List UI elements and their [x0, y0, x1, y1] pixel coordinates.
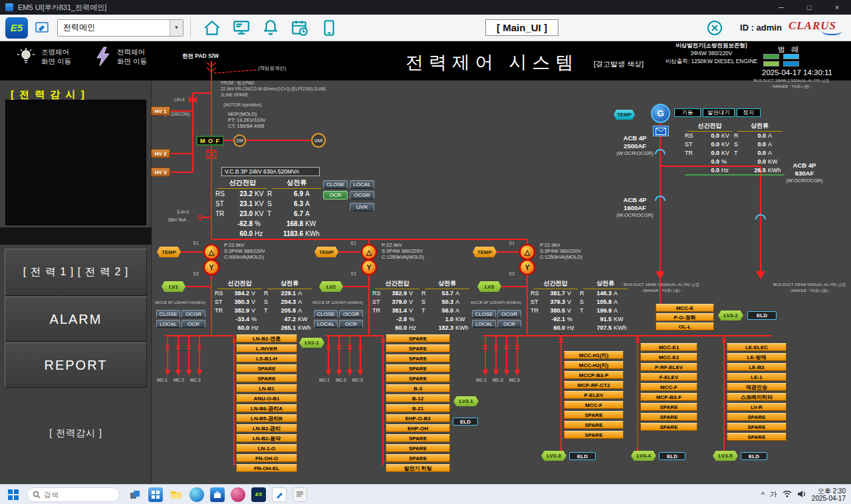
- feeder-button[interactable]: EHP-O-B3: [386, 414, 450, 422]
- feeder-button[interactable]: SPARE: [386, 434, 450, 442]
- tr1-close-button[interactable]: CLOSE: [156, 310, 180, 318]
- lv3-hex[interactable]: LV3: [477, 281, 501, 292]
- feeder-button[interactable]: LN-B1: [236, 384, 297, 392]
- tr1-ocgr-button[interactable]: OCGR: [182, 310, 205, 318]
- feeder-button[interactable]: P-RF-ELEV: [640, 363, 697, 371]
- feeder-button[interactable]: EHP-OH: [386, 424, 450, 432]
- mcc-po-button[interactable]: P-O-정화: [656, 313, 714, 321]
- lv3-5-hex[interactable]: LV3-5: [713, 451, 738, 461]
- task-view-icon[interactable]: [128, 487, 142, 502]
- feeder-button[interactable]: SPARE: [236, 374, 297, 382]
- nav-power-control[interactable]: 전력제어화면 이동: [94, 47, 147, 66]
- feeder-button[interactable]: MCC-F: [640, 383, 697, 391]
- monitor-button[interactable]: [227, 17, 256, 39]
- feeder-button[interactable]: MCC-F: [564, 401, 624, 409]
- feeder-button[interactable]: SPARE: [640, 423, 697, 431]
- gen-temp-hex[interactable]: TEMP: [614, 110, 635, 120]
- hv3-tag[interactable]: HV 3: [151, 168, 170, 177]
- feeder-button[interactable]: MCC-E2: [640, 353, 697, 361]
- feeder-button[interactable]: LN-1-O: [236, 444, 297, 452]
- taskbar-search[interactable]: [27, 487, 120, 502]
- tr2-temp-hex[interactable]: TEMP: [314, 247, 338, 257]
- lv2-hex[interactable]: LV2: [319, 281, 343, 292]
- vcb-ocr-button[interactable]: OCR: [323, 191, 348, 199]
- feeder-button[interactable]: FN-OH-O: [236, 454, 297, 462]
- gen-start-button[interactable]: 기동: [674, 108, 701, 117]
- feeder-button[interactable]: SPARE: [564, 431, 624, 439]
- mobile-button[interactable]: [314, 17, 344, 39]
- feeder-button[interactable]: SPARE: [236, 364, 297, 372]
- feeder-button[interactable]: LE-1: [727, 373, 787, 381]
- alarm-bell-button[interactable]: [256, 17, 285, 39]
- notes-app-icon[interactable]: [293, 487, 307, 502]
- feeder-button[interactable]: MCC-H2(지): [564, 361, 624, 369]
- feeder-button[interactable]: LE-방재: [727, 353, 787, 361]
- feeder-button[interactable]: SPARE: [386, 344, 450, 352]
- feeder-button[interactable]: P-ELEV: [564, 391, 624, 399]
- feeder-button[interactable]: LN-B2-연료: [236, 334, 297, 342]
- tr3-local-button[interactable]: LOCAL: [472, 320, 496, 328]
- search-input[interactable]: [44, 491, 107, 499]
- tr2-ocr-button[interactable]: OCR: [339, 320, 363, 328]
- feeder-button[interactable]: SPARE: [727, 413, 787, 421]
- feeder-button[interactable]: SPARE: [564, 411, 624, 419]
- chat-app-icon[interactable]: [231, 487, 245, 502]
- tr3-ocgr-button[interactable]: OCGR: [497, 310, 521, 318]
- feeder-button[interactable]: LN-B2-관리: [236, 424, 297, 432]
- feeder-button[interactable]: SPARE: [386, 364, 450, 372]
- feeder-button[interactable]: SPARE: [640, 403, 697, 411]
- nav-lighting-control[interactable]: 조명제어화면 이동: [16, 47, 71, 66]
- mcc-oll-button[interactable]: OL-L: [656, 322, 714, 330]
- feeder-button[interactable]: LS-B1-H: [236, 354, 297, 362]
- widgets-icon[interactable]: [148, 487, 163, 502]
- feeder-button[interactable]: 애관인승: [727, 383, 787, 391]
- em5-app-icon[interactable]: E5: [251, 487, 266, 502]
- screen-select-dropdown[interactable]: 전력메인 ▼: [57, 19, 183, 37]
- feeder-button[interactable]: B-21: [386, 404, 450, 412]
- feeder-button[interactable]: B-12: [386, 394, 450, 402]
- tr3-close-button[interactable]: CLOSE: [472, 310, 496, 318]
- feeder-button[interactable]: LN-B5-관리B: [236, 414, 297, 422]
- vcb-close-button[interactable]: CLOSE: [323, 180, 348, 189]
- minimize-button[interactable]: ─: [767, 0, 795, 15]
- feeder-button[interactable]: SPARE: [564, 421, 624, 429]
- tr2-ocgr-button[interactable]: OCGR: [339, 310, 363, 318]
- feeder-button[interactable]: SPARE: [386, 374, 450, 382]
- vcb-uvr-button[interactable]: UVR: [350, 203, 374, 211]
- file-explorer-icon[interactable]: [169, 487, 183, 502]
- report-button[interactable]: REPORT: [5, 342, 147, 388]
- close-button[interactable]: ×: [823, 0, 851, 15]
- wifi-icon[interactable]: [783, 489, 792, 501]
- hv1-tag[interactable]: HV 1: [151, 106, 170, 116]
- feeder-button[interactable]: SPARE: [386, 354, 450, 362]
- feeder-button[interactable]: LN-B6-관리A: [236, 404, 297, 412]
- eld-button-4[interactable]: ELD: [741, 452, 767, 460]
- tr1-ocr-button[interactable]: OCR: [182, 320, 205, 328]
- tr2-local-button[interactable]: LOCAL: [314, 320, 338, 328]
- feeder-button[interactable]: B-3: [386, 384, 450, 392]
- lv3-2-hex[interactable]: LV3-2: [718, 311, 743, 320]
- start-button[interactable]: [5, 487, 21, 503]
- feeder-button[interactable]: LN-B2-음악: [236, 434, 297, 442]
- feeder-button[interactable]: MCC-H1(지): [564, 351, 624, 359]
- feeder-button[interactable]: MCP-RF-CT2: [564, 381, 624, 389]
- language-indicator[interactable]: 가: [770, 489, 777, 499]
- lv3-1-hex[interactable]: LV3-1: [453, 396, 479, 406]
- eld-button-gen[interactable]: ELD: [747, 311, 777, 320]
- home-button[interactable]: [197, 17, 227, 39]
- mcc-e-button[interactable]: MCC-E: [656, 304, 714, 312]
- feeder-button[interactable]: 발전기 히팅: [386, 464, 450, 472]
- eld-button-3[interactable]: ELD: [659, 452, 685, 460]
- feeder-button[interactable]: LV-R: [727, 403, 787, 411]
- maximize-button[interactable]: □: [795, 0, 823, 15]
- schedule-button[interactable]: [285, 17, 314, 39]
- taskbar-clock[interactable]: 오후 2:30 2025-04-17: [812, 487, 846, 502]
- vcb-local-button[interactable]: LOCAL: [350, 180, 374, 189]
- pen-app-icon[interactable]: [272, 487, 287, 502]
- gen-standby-button[interactable]: 발전대기: [703, 108, 735, 117]
- feeder-button[interactable]: SPARE: [727, 423, 787, 431]
- feeder-button[interactable]: F-ELEV: [640, 373, 697, 381]
- feeder-button[interactable]: ANU-O-B1: [236, 394, 297, 402]
- vcb-ocgr-button[interactable]: OCGR: [350, 191, 374, 199]
- feeder-button[interactable]: MCC-E1: [640, 343, 697, 351]
